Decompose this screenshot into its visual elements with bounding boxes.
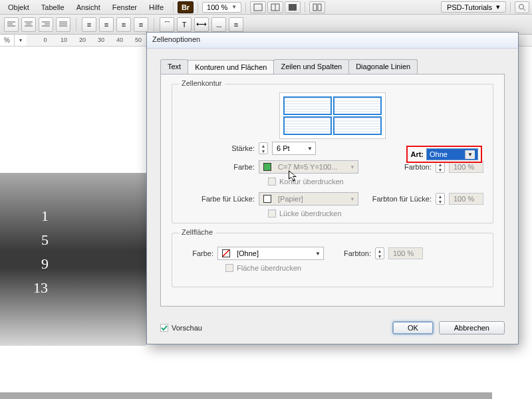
checkbox-icon xyxy=(268,209,276,217)
svg-rect-4 xyxy=(313,4,317,11)
valign-middle-icon[interactable]: ⟷ xyxy=(194,17,209,32)
valign-bottom-icon[interactable]: ⎵ xyxy=(211,17,226,32)
stroke-proxy-diagram[interactable] xyxy=(279,92,386,139)
zoom-selector[interactable]: 100 %▼ xyxy=(202,2,241,13)
menu-separator xyxy=(198,2,198,13)
stroke-type-highlight: Art: Ohne ▼ xyxy=(406,146,482,163)
stroke-weight-spinner[interactable]: ▲▼ xyxy=(259,142,268,154)
arrange-icon[interactable] xyxy=(309,1,325,13)
valign-top-icon[interactable]: ⎴ xyxy=(160,17,174,32)
justify-last-left-icon[interactable]: ≡ xyxy=(82,17,96,32)
overprint-stroke-checkbox: Kontur überdrucken xyxy=(268,178,344,186)
checkbox-icon xyxy=(268,178,276,186)
stroke-type-label: Art: xyxy=(410,150,424,158)
cell-options-dialog: Zellenoptionen Text Konturen und Flächen… xyxy=(146,32,519,344)
table-preview: 1 5 9 13 xyxy=(0,173,146,346)
bridge-icon[interactable]: Br xyxy=(178,1,194,13)
workspace-selector[interactable]: PSD-Tutorials▾ xyxy=(441,1,506,13)
chevron-down-icon[interactable]: ▾ xyxy=(15,37,27,43)
ruler-tick: 10 xyxy=(61,37,67,43)
ok-button[interactable]: OK xyxy=(392,321,434,334)
view-mode-1-icon[interactable] xyxy=(250,1,266,13)
fieldset-legend: Zellfläche xyxy=(179,228,215,236)
table-cell-value: 5 xyxy=(41,231,49,249)
gap-color-label: Farbe für Lücke: xyxy=(182,195,255,203)
chevron-down-icon: ▼ xyxy=(350,196,355,202)
stroke-weight-label: Stärke: xyxy=(182,144,255,152)
align-center-icon[interactable] xyxy=(21,17,36,32)
zoom-value: 100 % xyxy=(207,3,227,11)
menu-objekt[interactable]: Objekt xyxy=(3,1,35,13)
menu-ansicht[interactable]: Ansicht xyxy=(71,1,106,13)
table-cell-value: 13 xyxy=(33,279,48,297)
text-rotate-icon[interactable]: T xyxy=(177,17,192,32)
tab-diagonal[interactable]: Diagonale Linien xyxy=(348,59,418,74)
main-menu-bar: Objekt Tabelle Ansicht Fenster Hilfe Br … xyxy=(0,0,532,15)
menu-separator xyxy=(305,2,305,13)
view-mode-2-icon[interactable] xyxy=(267,1,283,13)
table-cell-value: 9 xyxy=(41,255,49,273)
justify-last-right-icon[interactable]: ≡ xyxy=(116,17,131,32)
table-cell-value: 1 xyxy=(41,207,49,225)
preview-checkbox[interactable]: Vorschau xyxy=(160,324,202,332)
tab-text[interactable]: Text xyxy=(160,59,188,74)
overprint-stroke-label: Kontur überdrucken xyxy=(279,178,344,186)
svg-line-7 xyxy=(523,9,525,11)
align-left-icon[interactable] xyxy=(4,17,19,32)
align-right-icon[interactable] xyxy=(39,17,53,32)
fill-color-select[interactable]: [Ohne] ▼ xyxy=(217,247,324,260)
ruler-unit: % xyxy=(0,35,15,46)
stroke-color-select[interactable]: C=7 M=5 Y=100... ▼ xyxy=(259,160,358,174)
chevron-down-icon: ▼ xyxy=(231,4,237,10)
gap-tint-spinner: ▲▼ xyxy=(436,193,445,205)
valign-justify-icon[interactable]: ≡ xyxy=(229,17,243,32)
cancel-button[interactable]: Abbrechen xyxy=(439,321,505,334)
view-mode-3-icon[interactable] xyxy=(285,1,301,13)
svg-rect-0 xyxy=(254,4,262,11)
proxy-cell[interactable] xyxy=(284,117,331,134)
pasteboard-shadow xyxy=(0,392,492,399)
menu-separator xyxy=(510,2,511,13)
cell-stroke-fieldset: Zellenkontur Art: Ohne ▼ Stärke: xyxy=(172,84,493,223)
gap-color-select: [Papier] ▼ xyxy=(259,192,358,205)
proxy-cell[interactable] xyxy=(284,97,331,114)
stroke-weight-select[interactable]: 6 Pt ▼ xyxy=(272,142,316,155)
chevron-down-icon: ▼ xyxy=(465,150,475,159)
search-icon[interactable] xyxy=(515,1,529,13)
stroke-color-label: Farbe: xyxy=(182,163,255,171)
fill-color-value: [Ohne] xyxy=(237,249,259,257)
gap-tint-field: 100 % xyxy=(449,193,483,205)
menu-tabelle[interactable]: Tabelle xyxy=(36,1,70,13)
menu-separator xyxy=(245,2,246,13)
overprint-gap-checkbox: Lücke überdrucken xyxy=(268,209,342,217)
gap-tint-label: Farbton für Lücke: xyxy=(372,195,432,203)
fill-tint-spinner: ▲▼ xyxy=(375,247,384,259)
justify-icon[interactable] xyxy=(56,17,70,32)
svg-rect-5 xyxy=(318,4,321,11)
menu-separator xyxy=(173,2,174,13)
stroke-tint-label: Farbton: xyxy=(404,163,432,171)
stroke-type-value: Ohne xyxy=(430,150,448,158)
stroke-type-select[interactable]: Ohne ▼ xyxy=(426,148,478,160)
justify-last-center-icon[interactable]: ≡ xyxy=(99,17,114,32)
chevron-down-icon: ▼ xyxy=(350,164,355,170)
fill-tint-field: 100 % xyxy=(388,247,423,259)
color-swatch-icon xyxy=(263,163,271,171)
fieldset-legend: Zellenkontur xyxy=(179,79,225,87)
menu-hilfe[interactable]: Hilfe xyxy=(144,1,169,13)
chevron-down-icon: ▼ xyxy=(315,251,321,257)
tab-strokes-fills[interactable]: Konturen und Flächen xyxy=(188,60,274,74)
menu-fenster[interactable]: Fenster xyxy=(107,1,142,13)
svg-point-6 xyxy=(519,4,524,9)
fill-color-label: Farbe: xyxy=(182,249,213,257)
toolbar-separator xyxy=(76,18,76,31)
proxy-cell[interactable] xyxy=(334,97,381,114)
ruler-tick: 50 xyxy=(135,37,142,43)
justify-all-icon[interactable]: ≡ xyxy=(134,17,148,32)
preview-label: Vorschau xyxy=(172,324,202,332)
tab-rows-columns[interactable]: Zeilen und Spalten xyxy=(273,59,349,74)
proxy-cell[interactable] xyxy=(334,117,381,134)
checkbox-icon xyxy=(225,264,233,272)
overprint-fill-label: Fläche überdrucken xyxy=(237,264,301,272)
tab-panel: Zellenkontur Art: Ohne ▼ Stärke: xyxy=(160,74,505,307)
